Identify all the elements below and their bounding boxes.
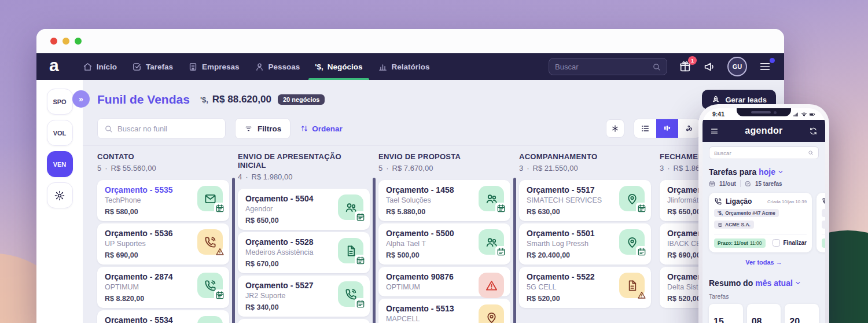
nav-item-empresas[interactable]: Empresas xyxy=(181,53,247,80)
deal-card[interactable]: Orçamento - 5535TechPhoneR$ 580,00 xyxy=(97,180,229,221)
column-scrollbar[interactable] xyxy=(513,178,516,323)
warning-badge-icon xyxy=(636,289,648,301)
deal-card[interactable]: Orçamento - 5504AgendorR$ 650,00 xyxy=(238,189,370,230)
deal-value: R$ 340,00 xyxy=(245,303,329,312)
warning-badge-icon xyxy=(214,246,226,258)
phone-notch xyxy=(737,108,791,116)
nav-item-negocios[interactable]: '$,Negócios xyxy=(307,53,370,80)
menu-button[interactable] xyxy=(759,60,771,73)
deal-status-icon xyxy=(479,273,504,298)
list-view-button[interactable] xyxy=(634,119,656,138)
calendar-badge-icon xyxy=(636,246,648,258)
deal-card[interactable]: Orçamento - 5527JR2 SuporteR$ 340,00 xyxy=(238,276,370,317)
deal-card[interactable]: Orçamento - 2874OPTIMUMR$ 8.820,00 xyxy=(97,267,229,308)
phone-screen: 9:41 agendor Buscar Tarefas para hoje 11… xyxy=(703,108,825,323)
deal-icon: '$, xyxy=(718,210,723,216)
gift-button[interactable]: 1 xyxy=(679,60,692,73)
task-company-tag[interactable]: ACME S.A. xyxy=(822,221,825,229)
deal-title: Orçamento - 5522 xyxy=(527,271,610,282)
funnel-title[interactable]: Funil de Vendas xyxy=(97,93,190,107)
summary-heading-link[interactable]: mês atual xyxy=(755,278,793,288)
deal-card[interactable]: Orçamento - 5534Stevuy xyxy=(97,310,229,323)
deal-status-icon xyxy=(197,316,223,323)
cal-icon xyxy=(356,256,365,265)
deal-company: OPTIMUM xyxy=(386,283,470,292)
deal-company: Medeiros Assistência xyxy=(245,248,329,257)
deal-title: Orçamento - 5535 xyxy=(105,185,189,195)
deal-card[interactable]: Orçamento - 5528Medeiros AssistênciaR$ 6… xyxy=(238,232,370,273)
deal-company: Tael Soluções xyxy=(386,196,470,205)
nav-item-relatorios[interactable]: Relatórios xyxy=(370,53,437,80)
deal-title: Orçamento - 5527 xyxy=(245,280,329,291)
minimize-window-button[interactable] xyxy=(62,38,69,45)
finish-checkbox[interactable] xyxy=(773,239,780,247)
summary-card[interactable]: 15 xyxy=(709,304,743,323)
column-count: 3 xyxy=(519,164,523,172)
sidebar-settings-button[interactable] xyxy=(47,182,73,208)
asterisk-icon xyxy=(611,124,619,133)
deal-card[interactable]: Orçamento - 5536UP SuportesR$ 690,00 xyxy=(97,223,229,265)
global-search-input[interactable]: Buscar xyxy=(549,58,667,75)
sync-icon[interactable] xyxy=(809,127,818,135)
nav-item-inicio[interactable]: Início xyxy=(75,53,124,80)
task-icon xyxy=(132,62,142,72)
funnel-search-placeholder: Buscar no funil xyxy=(117,124,167,133)
task-deal-tag[interactable]: '$, Orçamento #47 Acme xyxy=(822,209,825,217)
kanban-icon xyxy=(663,124,672,133)
board-column-contato: CONTATO5·R$ 55.560,00Orçamento - 5535Tec… xyxy=(97,152,229,323)
see-all-link[interactable]: Ver todas → xyxy=(703,259,825,266)
status-icons xyxy=(793,111,815,118)
deal-title: Orçamento - 5517 xyxy=(527,185,610,195)
maximize-window-button[interactable] xyxy=(75,38,82,45)
deal-card[interactable]: Orçamento - 1458Tael SoluçõesR$ 5.880,00 xyxy=(378,180,510,221)
deal-company: JR2 Suporte xyxy=(245,292,329,300)
deal-card[interactable]: Orçamento 90876OPTIMUM xyxy=(378,267,510,296)
nav-item-label: Empresas xyxy=(202,63,240,71)
sort-button[interactable]: Ordenar xyxy=(300,124,343,133)
nav-item-label: Pessoas xyxy=(269,63,300,71)
hamburger-icon[interactable] xyxy=(710,127,719,135)
tasks-heading-link[interactable]: hoje xyxy=(759,167,775,177)
task-deal-tag[interactable]: '$, Orçamento #47 Acme xyxy=(714,209,779,217)
sidebar-funnel-spo[interactable]: SPO xyxy=(47,89,73,115)
phone-call-icon xyxy=(822,197,825,205)
browser-window: a InícioTarefasEmpresasPessoas'$,Negócio… xyxy=(36,29,784,323)
column-cards: Orçamento - 5535TechPhoneR$ 580,00Orçame… xyxy=(97,180,229,323)
deal-icon: '$, xyxy=(315,63,323,71)
filters-button[interactable]: Filtros xyxy=(235,118,290,139)
chart-icon xyxy=(378,62,388,72)
deal-card[interactable]: Orçamento - 5500Alpha Tael TR$ 500,00 xyxy=(378,223,510,265)
close-window-button[interactable] xyxy=(50,38,57,45)
column-scrollbar[interactable] xyxy=(373,178,376,323)
task-company-tag[interactable]: ACME S.A. xyxy=(714,221,754,229)
column-cards: Orçamento - 1458Tael SoluçõesR$ 5.880,00… xyxy=(378,180,510,323)
deal-card[interactable]: Orçamento - 5513MAPCELL xyxy=(378,299,510,323)
sidebar-funnel-ven[interactable]: VEN xyxy=(47,151,73,177)
summary-card[interactable]: 08› xyxy=(747,304,781,323)
sidebar-funnel-vol[interactable]: VOL xyxy=(47,120,73,146)
task-cards-row: Ligação Criada 10/jan 10:39 '$, Orçament… xyxy=(709,193,825,252)
nav-item-tarefas[interactable]: Tarefas xyxy=(124,53,181,80)
bubble-view-button[interactable] xyxy=(678,119,700,138)
summary-card[interactable]: 20› xyxy=(785,304,819,323)
funnel-search-input[interactable]: Buscar no funil xyxy=(97,118,226,139)
deal-card[interactable]: Orçamento - 5508MOBILE TECH xyxy=(238,319,370,323)
column-scrollbar[interactable] xyxy=(232,178,235,323)
kanban-view-button[interactable] xyxy=(656,119,678,138)
announcements-button[interactable] xyxy=(703,60,716,73)
cal-icon xyxy=(215,204,225,213)
expand-sidebar-button[interactable]: » xyxy=(72,90,90,108)
nav-item-pessoas[interactable]: Pessoas xyxy=(247,53,308,80)
filter-icon xyxy=(244,124,253,133)
deal-card[interactable]: Orçamento - 55225G CELLR$ 520,00 xyxy=(519,267,651,308)
task-card[interactable]: Ligação Criada 10/jan 10:39 '$, Orçament… xyxy=(709,193,812,252)
task-card-partial[interactable]: Ligação Criada 10/jan 10:39 '$, Orçament… xyxy=(816,193,825,252)
deal-card[interactable]: Orçamento - 5501Smarth Log PresshR$ 20.4… xyxy=(519,223,651,265)
deal-title: Orçamento - 1458 xyxy=(386,185,470,195)
phone-search-input[interactable]: Buscar xyxy=(709,146,819,159)
user-avatar[interactable]: GU xyxy=(727,57,747,76)
nav-item-label: Negócios xyxy=(328,63,363,71)
deal-card[interactable]: Orçamento - 5517SIMATECH SERVICESR$ 630,… xyxy=(519,180,651,221)
column-name: ENVIO DE PROPOSTA xyxy=(378,152,510,161)
freeze-button[interactable] xyxy=(606,119,624,138)
